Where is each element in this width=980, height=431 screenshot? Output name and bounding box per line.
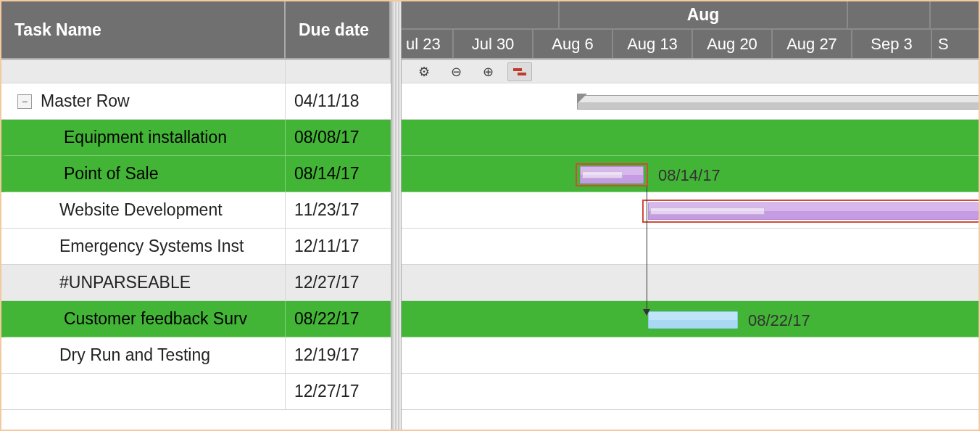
zoom-in-icon: ⊕ bbox=[483, 64, 494, 80]
task-cell[interactable]: Customer feedback Surv bbox=[1, 301, 286, 337]
due-cell[interactable]: 12/11/17 bbox=[286, 229, 391, 265]
critical-path-button[interactable] bbox=[507, 62, 532, 81]
bar-date-label: 08/22/17 bbox=[748, 311, 810, 330]
dependency-line bbox=[647, 186, 647, 311]
zoom-out-button[interactable]: ⊖ bbox=[444, 62, 468, 81]
summary-bar[interactable] bbox=[577, 95, 979, 110]
col-header-due[interactable]: Due date bbox=[286, 1, 391, 59]
progress-bar bbox=[650, 208, 765, 215]
zoom-in-button[interactable]: ⊕ bbox=[476, 62, 500, 81]
task-bar[interactable] bbox=[580, 166, 644, 184]
task-cell[interactable]: Website Development bbox=[1, 192, 286, 229]
due-cell[interactable]: 04/11/18 bbox=[286, 83, 391, 120]
timeline-week-row: ul 23 Jul 30 Aug 6 Aug 13 Aug 20 Aug 27 … bbox=[402, 30, 979, 58]
chart-toolbar: ⚙ ⊖ ⊕ bbox=[402, 59, 979, 83]
task-name: Emergency Systems Inst bbox=[17, 237, 244, 256]
bar-date-label: 08/14/17 bbox=[658, 166, 721, 185]
task-row[interactable]: Website Development 11/23/17 bbox=[1, 192, 391, 229]
task-cell[interactable] bbox=[1, 374, 286, 410]
task-row[interactable]: Dry Run and Testing 12/19/17 bbox=[1, 337, 391, 374]
progress-bar bbox=[582, 171, 623, 178]
zoom-out-icon: ⊖ bbox=[451, 64, 462, 80]
timeline-week-cell[interactable]: Aug 27 bbox=[773, 30, 852, 58]
right-panel: Aug ul 23 Jul 30 Aug 6 Aug 13 Aug 20 Aug… bbox=[402, 1, 979, 430]
task-name: Point of Sale bbox=[22, 164, 158, 184]
due-cell[interactable]: 12/27/17 bbox=[286, 265, 391, 301]
chart-row[interactable] bbox=[402, 374, 979, 410]
gear-icon: ⚙ bbox=[418, 64, 430, 80]
chart-row[interactable] bbox=[402, 265, 979, 301]
task-row[interactable]: Emergency Systems Inst 12/11/17 bbox=[1, 229, 391, 265]
task-name: Equipment installation bbox=[22, 128, 227, 147]
timeline-week-cell[interactable]: Sep 3 bbox=[852, 30, 932, 58]
due-cell[interactable]: 08/08/17 bbox=[286, 120, 391, 156]
left-panel: Task Name Due date − Master Row 04/11/18… bbox=[1, 1, 391, 430]
task-bar[interactable] bbox=[648, 311, 738, 329]
timeline-week-cell[interactable]: Aug 6 bbox=[533, 30, 613, 58]
chart-row[interactable] bbox=[402, 229, 979, 265]
due-cell[interactable]: 12/19/17 bbox=[286, 337, 391, 374]
task-cell[interactable]: #UNPARSEABLE bbox=[1, 265, 286, 301]
left-header: Task Name Due date bbox=[1, 1, 391, 59]
chart-row[interactable] bbox=[402, 83, 979, 120]
timeline-week-cell[interactable]: Jul 30 bbox=[454, 30, 533, 58]
collapse-icon[interactable]: − bbox=[17, 94, 32, 109]
task-cell[interactable]: − Master Row bbox=[1, 83, 286, 120]
chart-row[interactable] bbox=[402, 192, 979, 229]
task-cell[interactable]: Equipment installation bbox=[1, 120, 286, 156]
left-body: − Master Row 04/11/18 Equipment installa… bbox=[1, 59, 391, 430]
timeline-month-cell[interactable] bbox=[848, 1, 931, 28]
task-cell[interactable]: Point of Sale bbox=[1, 156, 286, 192]
task-row[interactable]: Point of Sale 08/14/17 bbox=[1, 156, 391, 192]
timeline-week-cell[interactable]: S bbox=[932, 30, 979, 58]
left-toolbar-spacer bbox=[1, 59, 391, 83]
chart-row[interactable]: 08/22/17 bbox=[402, 301, 979, 337]
task-row[interactable]: Equipment installation 08/08/17 bbox=[1, 120, 391, 156]
due-cell[interactable]: 08/14/17 bbox=[286, 156, 391, 192]
chart-row[interactable]: 08/14/17 bbox=[402, 156, 979, 192]
task-row[interactable]: #UNPARSEABLE 12/27/17 bbox=[1, 265, 391, 301]
gantt-container: Task Name Due date − Master Row 04/11/18… bbox=[0, 0, 980, 431]
timeline-month-cell[interactable] bbox=[402, 1, 560, 28]
timeline-header: Aug ul 23 Jul 30 Aug 6 Aug 13 Aug 20 Aug… bbox=[402, 1, 979, 59]
chart-area[interactable]: 08/14/17 08/22/17 bbox=[402, 83, 979, 410]
task-row[interactable]: Customer feedback Surv 08/22/17 bbox=[1, 301, 391, 337]
task-cell[interactable]: Dry Run and Testing bbox=[1, 337, 286, 374]
timeline-month-cell[interactable] bbox=[931, 1, 979, 28]
due-cell[interactable]: 08/22/17 bbox=[286, 301, 391, 337]
task-name: Dry Run and Testing bbox=[17, 345, 210, 365]
timeline-month-row: Aug bbox=[402, 1, 979, 30]
chart-row[interactable] bbox=[402, 120, 979, 156]
chart-row[interactable] bbox=[402, 337, 979, 374]
task-bar[interactable] bbox=[648, 202, 979, 220]
right-body: ⚙ ⊖ ⊕ bbox=[402, 59, 979, 430]
task-cell[interactable]: Emergency Systems Inst bbox=[1, 229, 286, 265]
task-name: #UNPARSEABLE bbox=[17, 273, 191, 292]
task-name: Master Row bbox=[41, 91, 130, 111]
critical-path-icon bbox=[513, 67, 526, 77]
due-cell[interactable]: 11/23/17 bbox=[286, 192, 391, 229]
timeline-week-cell[interactable]: ul 23 bbox=[402, 30, 454, 58]
settings-button[interactable]: ⚙ bbox=[412, 62, 436, 81]
timeline-week-cell[interactable]: Aug 13 bbox=[613, 30, 693, 58]
splitter-handle[interactable] bbox=[391, 1, 402, 430]
task-name: Website Development bbox=[17, 200, 223, 220]
due-cell[interactable]: 12/27/17 bbox=[286, 374, 391, 410]
dependency-arrow-icon bbox=[643, 309, 650, 316]
col-header-task[interactable]: Task Name bbox=[1, 1, 286, 59]
timeline-week-cell[interactable]: Aug 20 bbox=[693, 30, 773, 58]
task-name: Customer feedback Surv bbox=[22, 309, 247, 329]
task-row[interactable]: 12/27/17 bbox=[1, 374, 391, 410]
timeline-month-cell[interactable]: Aug bbox=[560, 1, 848, 28]
task-row[interactable]: − Master Row 04/11/18 bbox=[1, 83, 391, 120]
